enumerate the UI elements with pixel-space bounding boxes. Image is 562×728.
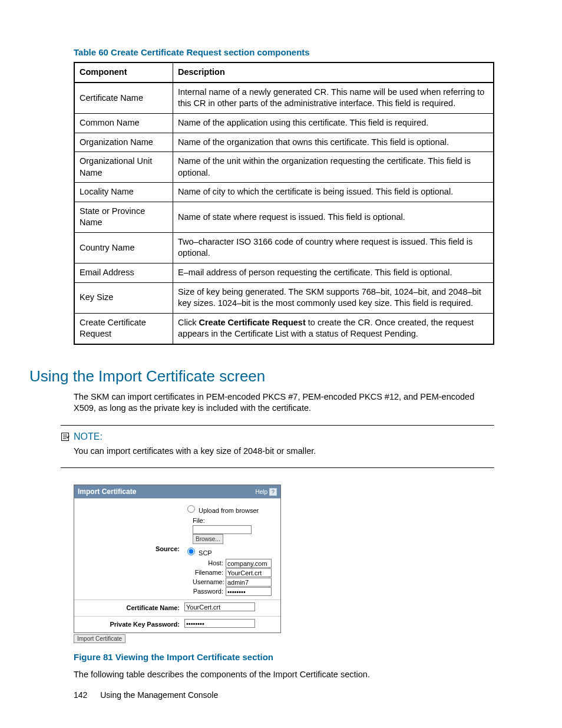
cell-description: Name of city to which the certificate is… (173, 183, 494, 202)
table-row: State or Province NameName of state wher… (74, 202, 494, 232)
cell-description: Name of the application using this certi… (173, 113, 494, 133)
import-certificate-panel: Import Certificate Help ? Source: Upload… (74, 485, 281, 633)
help-link[interactable]: Help ? (255, 488, 277, 496)
pk-password-label: Private Key Password: (78, 619, 184, 630)
cert-name-label: Certificate Name: (78, 602, 184, 614)
cell-description: Two–character ISO 3166 code of country w… (173, 232, 494, 263)
username-input[interactable] (226, 578, 272, 587)
host-label: Host: (193, 559, 223, 568)
help-icon: ? (269, 488, 277, 496)
filename-label: Filename: (193, 568, 223, 577)
intro-paragraph: The SKM can import certificates in PEM-e… (74, 391, 494, 414)
note-text: You can import certificates with a key s… (74, 446, 494, 457)
note-label: NOTE: (74, 430, 103, 443)
pk-password-input[interactable] (184, 619, 255, 628)
cell-component: Key Size (74, 282, 173, 313)
table-row: Organization NameName of the organizatio… (74, 133, 494, 152)
page-number: 142 (74, 690, 87, 700)
filename-input[interactable] (226, 568, 272, 577)
page-footer: 142 Using the Management Console (74, 690, 218, 701)
footer-section: Using the Management Console (100, 690, 218, 700)
figure-followup: The following table describes the compon… (74, 669, 494, 681)
cert-name-input[interactable] (184, 602, 255, 611)
panel-header: Import Certificate Help ? (74, 485, 280, 498)
cell-component: Organizational Unit Name (74, 152, 173, 183)
table-row: Organizational Unit NameName of the unit… (74, 152, 494, 183)
table-row: Locality NameName of city to which the c… (74, 183, 494, 202)
cell-description: Name of the organization that owns this … (173, 133, 494, 152)
cell-description: Name of state where request is issued. T… (173, 202, 494, 232)
table-row: Common NameName of the application using… (74, 113, 494, 133)
file-label: File: (193, 516, 277, 525)
cell-component: Locality Name (74, 183, 173, 202)
import-certificate-button[interactable]: Import Certificate (74, 634, 125, 643)
cell-description: Click Create Certificate Request to crea… (173, 313, 494, 344)
note-icon (61, 432, 70, 442)
cell-component: State or Province Name (74, 202, 173, 232)
table-row: Country NameTwo–character ISO 3166 code … (74, 232, 494, 263)
panel-title: Import Certificate (78, 487, 136, 496)
browse-button[interactable]: Browse... (193, 534, 223, 544)
components-table: Component Description Certificate NameIn… (74, 62, 494, 345)
cell-component: Organization Name (74, 133, 173, 152)
table-row: Create Certificate Request Click Create … (74, 313, 494, 344)
figure-caption: Figure 81 Viewing the Import Certificate… (74, 651, 494, 663)
table-caption: Table 60 Create Certificate Request sect… (74, 47, 494, 58)
cell-description: E–mail address of person requesting the … (173, 263, 494, 283)
divider (61, 425, 494, 426)
table-header-description: Description (173, 62, 494, 83)
password-label: Password: (193, 587, 223, 596)
source-label: Source: (78, 543, 184, 555)
cell-description: Internal name of a newly generated CR. T… (173, 83, 494, 114)
cell-component: Certificate Name (74, 83, 173, 114)
table-row: Key SizeSize of key being generated. The… (74, 282, 494, 313)
upload-radio[interactable] (187, 505, 195, 513)
cell-description: Name of the unit within the organization… (173, 152, 494, 183)
file-input[interactable] (193, 525, 252, 534)
upload-radio-label: Upload from browser (199, 507, 259, 514)
divider (61, 467, 494, 468)
table-row: Email AddressE–mail address of person re… (74, 263, 494, 283)
host-input[interactable] (226, 559, 272, 568)
scp-radio[interactable] (187, 548, 195, 555)
password-input[interactable] (226, 587, 272, 596)
table-row: Certificate NameInternal name of a newly… (74, 83, 494, 114)
table-header-component: Component (74, 62, 173, 83)
cell-component: Country Name (74, 232, 173, 263)
cell-description: Size of key being generated. The SKM sup… (173, 282, 494, 313)
section-heading: Using the Import Certificate screen (29, 366, 494, 387)
cell-component: Create Certificate Request (74, 313, 173, 344)
scp-radio-label: SCP (199, 549, 212, 556)
cell-component: Common Name (74, 113, 173, 133)
username-label: Username: (193, 578, 223, 587)
cell-component: Email Address (74, 263, 173, 283)
